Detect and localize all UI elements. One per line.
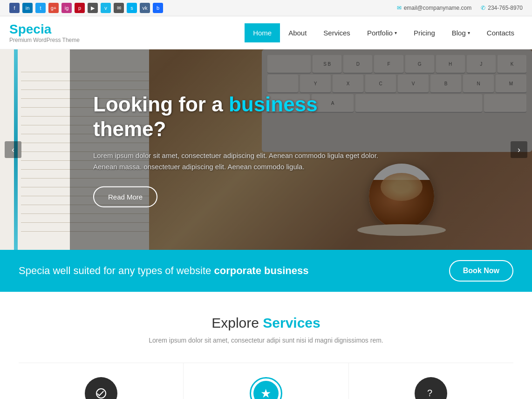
behance-icon[interactable]: b — [153, 3, 163, 13]
nav-services[interactable]: Services — [315, 23, 359, 42]
book-now-button[interactable]: Book Now — [449, 260, 513, 282]
service-card-excellent-features: ★ Excellent Features — [184, 363, 348, 399]
twitter-icon[interactable]: t — [35, 3, 46, 13]
youtube-icon[interactable]: ▶ — [88, 3, 98, 13]
excellent-features-icon-wrapper: ★ — [250, 377, 282, 399]
hero-content: Looking for a business theme? Lorem ipsu… — [93, 92, 382, 207]
nav-home[interactable]: Home — [245, 23, 280, 42]
portfolio-dropdown-arrow: ▾ — [395, 30, 397, 35]
banner-section: Specia well suited for any types of webs… — [0, 250, 532, 292]
svg-text:?: ? — [427, 388, 432, 398]
slider-next-button[interactable]: › — [511, 141, 527, 158]
skype-icon[interactable]: s — [127, 3, 137, 13]
nav-contacts[interactable]: Contacts — [478, 23, 523, 42]
hero-read-more-button[interactable]: Read More — [93, 186, 157, 207]
nav-pricing[interactable]: Pricing — [405, 23, 443, 42]
main-nav: Home About Services Portfolio ▾ Pricing … — [245, 23, 523, 42]
nav-about[interactable]: About — [280, 23, 315, 42]
contact-info: ✉ email@companyname.com ✆ 234-765-8970 — [397, 5, 523, 11]
phone-icon: ✆ — [481, 5, 485, 11]
logo-title: Specia — [9, 22, 80, 37]
nav-blog[interactable]: Blog ▾ — [443, 23, 478, 42]
instagram-icon[interactable]: ig — [61, 3, 72, 13]
top-bar: f in t g+ ig p ▶ v ✉ s vk b ✉ email@comp… — [0, 0, 532, 16]
logo[interactable]: Specia Premium WordPress Theme — [9, 22, 80, 43]
banner-text: Specia well suited for any types of webs… — [19, 265, 308, 277]
mail-icon: ✉ — [397, 5, 402, 11]
blog-dropdown-arrow: ▾ — [468, 30, 470, 35]
vimeo-icon[interactable]: v — [101, 3, 111, 13]
email-social-icon[interactable]: ✉ — [114, 3, 124, 13]
pinterest-icon[interactable]: p — [75, 3, 85, 13]
hero-title: Looking for a business theme? — [93, 92, 382, 142]
services-section: Explore Services Lorem ipsum dolor sit a… — [0, 292, 532, 399]
creative-ideas-icon: ? — [415, 377, 447, 399]
best-solutions-icon — [85, 377, 117, 399]
logo-s: S — [9, 22, 18, 36]
header: Specia Premium WordPress Theme Home Abou… — [0, 16, 532, 49]
vk-icon[interactable]: vk — [140, 3, 150, 13]
hero-slider: S B D F G H J K Y X C V B N M A — [0, 49, 532, 250]
email-contact: ✉ email@companyname.com — [397, 5, 472, 11]
excellent-features-inner: ★ — [253, 381, 279, 399]
service-card-best-solutions: Best Solutions — [19, 363, 184, 399]
services-title: Explore Services — [19, 315, 513, 331]
service-card-creative-ideas: ? Creative Ideas — [349, 363, 513, 399]
banner-highlight: corporate business — [214, 265, 308, 276]
logo-tagline: Premium WordPress Theme — [9, 37, 80, 43]
googleplus-icon[interactable]: g+ — [48, 3, 59, 13]
phone-contact: ✆ 234-765-8970 — [481, 5, 523, 11]
facebook-icon[interactable]: f — [9, 3, 20, 13]
services-description: Lorem ipsum dolor sit amet, consectetur … — [19, 337, 513, 344]
linkedin-icon[interactable]: in — [22, 3, 33, 13]
service-cards-container: Best Solutions ★ Excellent Features ? Cr… — [19, 363, 513, 399]
logo-rest: pecia — [18, 22, 52, 36]
hero-description: Lorem ipsum dolor sit amet, consectetuer… — [93, 150, 382, 172]
slider-prev-button[interactable]: ‹ — [5, 141, 21, 158]
nav-portfolio[interactable]: Portfolio ▾ — [359, 23, 405, 42]
social-icons-group: f in t g+ ig p ▶ v ✉ s vk b — [9, 3, 163, 13]
excellent-features-outer-ring: ★ — [250, 377, 282, 399]
